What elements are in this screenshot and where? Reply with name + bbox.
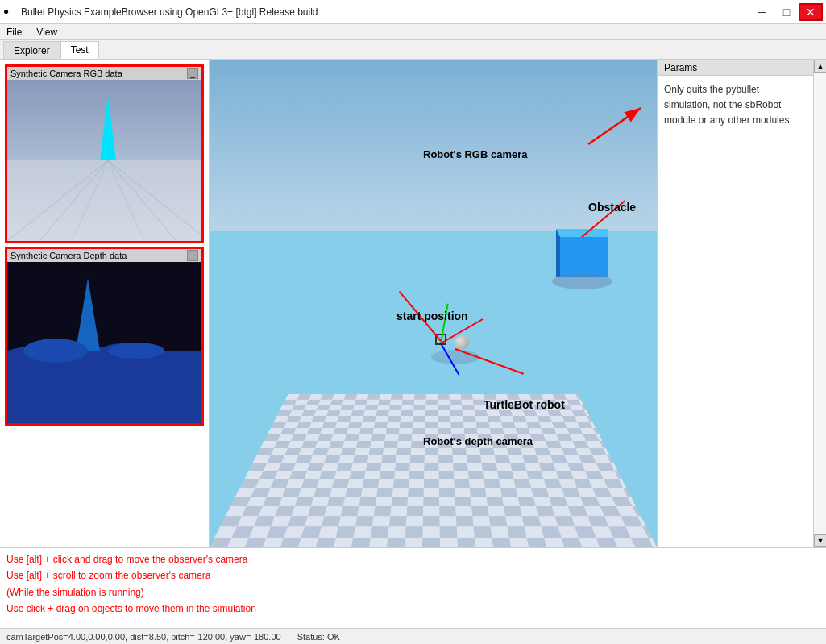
menu-file[interactable]: File xyxy=(3,27,25,38)
rgb-perspective-lines xyxy=(7,80,201,241)
depth-camera-header: Synthetic Camera Depth data _ xyxy=(7,249,201,262)
start-position-label: start position xyxy=(396,310,468,322)
obstacle-shadow xyxy=(552,273,612,289)
depth-minimize-button[interactable]: _ xyxy=(187,250,198,261)
window-title: Bullet Physics ExampleBrowser using Open… xyxy=(21,6,318,18)
depth-camera-feed: Synthetic Camera Depth data _ xyxy=(5,247,204,426)
bottom-info: Use [alt] + click and drag to move the o… xyxy=(0,547,826,628)
depth-visualization xyxy=(7,262,201,423)
robot-label: TurtleBot robot xyxy=(484,398,565,411)
svg-point-14 xyxy=(108,343,164,359)
depth-cam-viewport-label: Robot's depth camera xyxy=(423,435,533,447)
menu-bar: File View xyxy=(0,24,826,40)
camera-info: camTargetPos=4.00,0.00,0.00, dist=8.50, … xyxy=(6,632,281,642)
checkerboard-floor xyxy=(210,395,657,547)
title-bar: ● Bullet Physics ExampleBrowser using Op… xyxy=(0,0,826,24)
rgb-feed-background xyxy=(7,80,201,241)
rgb-camera-feed: Synthetic Camera RGB data _ xyxy=(5,64,204,243)
params-text: Only quits the pybullet simulation, not … xyxy=(664,82,807,129)
rgb-minimize-button[interactable]: _ xyxy=(187,68,198,79)
params-panel: Params Only quits the pybullet simulatio… xyxy=(657,60,826,547)
status-bar: camTargetPos=4.00,0.00,0.00, dist=8.50, … xyxy=(0,628,826,644)
left-panel: Synthetic Camera RGB data _ xyxy=(0,60,210,547)
params-header: Params xyxy=(658,60,813,76)
info-line-4: Use click + drag on objects to move them… xyxy=(6,600,820,617)
tab-bar: Explorer Test xyxy=(0,40,826,60)
svg-rect-9 xyxy=(7,160,201,241)
status-ok: Status: OK xyxy=(297,632,340,642)
params-content: Only quits the pybullet simulation, not … xyxy=(658,76,813,547)
close-arrow-annotation xyxy=(584,104,649,155)
rgb-camera-title: Synthetic Camera RGB data xyxy=(10,69,122,78)
depth-camera-title: Synthetic Camera Depth data xyxy=(10,251,127,260)
obstacle-label: Obstacle xyxy=(588,201,636,214)
maximize-button[interactable]: □ xyxy=(774,3,799,21)
robot-sphere xyxy=(455,335,469,350)
scrollbar-down-button[interactable]: ▼ xyxy=(814,534,826,547)
svg-point-13 xyxy=(23,339,88,363)
rgb-camera-header: Synthetic Camera RGB data _ xyxy=(7,67,201,80)
depth-camera-body xyxy=(7,262,201,423)
menu-view[interactable]: View xyxy=(33,27,60,38)
title-bar-left: ● Bullet Physics ExampleBrowser using Op… xyxy=(3,6,318,19)
svg-line-16 xyxy=(588,108,641,144)
robot-shadow xyxy=(431,350,479,364)
tab-explorer[interactable]: Explorer xyxy=(3,41,60,59)
rgb-cam-viewport-label: Robot's RGB camera xyxy=(423,148,528,160)
scrollbar-up-button[interactable]: ▲ xyxy=(814,60,826,73)
title-bar-controls: ─ □ ✕ xyxy=(750,3,823,21)
info-line-1: Use [alt] + click and drag to move the o… xyxy=(6,551,820,567)
scrollbar-track[interactable] xyxy=(814,73,826,534)
svg-rect-11 xyxy=(7,351,201,423)
close-arrow-svg xyxy=(584,104,649,152)
close-button[interactable]: ✕ xyxy=(799,3,823,21)
left-panel-extra xyxy=(0,426,209,547)
depth-feed-background xyxy=(7,262,201,423)
tab-test[interactable]: Test xyxy=(60,41,99,59)
minimize-button[interactable]: ─ xyxy=(750,3,774,21)
info-line-3: (While the simulation is running) xyxy=(6,584,820,600)
rgb-camera-body xyxy=(7,80,201,241)
info-line-2: Use [alt] + scroll to zoom the observer'… xyxy=(6,567,820,584)
params-title: Params xyxy=(664,62,697,73)
app-icon: ● xyxy=(3,6,16,19)
params-scrollbar: ▲ ▼ xyxy=(813,60,826,547)
